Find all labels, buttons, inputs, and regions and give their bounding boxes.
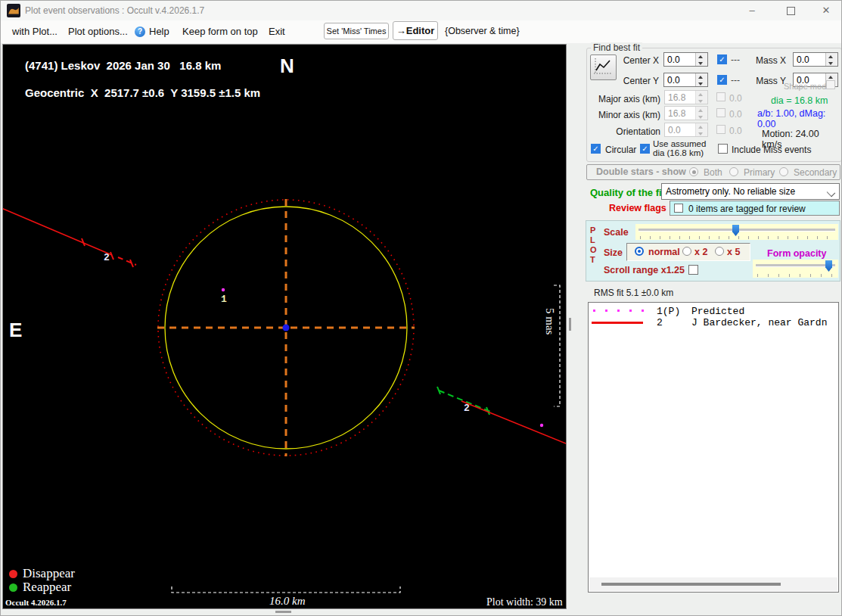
minor-axis-aux: 0.0: [729, 109, 742, 120]
chord2-left-tick3: [130, 260, 133, 267]
ab-dmag-readout: a/b: 1.00, dMag: 0.00: [757, 108, 841, 129]
minimize-button[interactable]: –: [735, 1, 769, 20]
plot-horizontal-scroll-thumb[interactable]: [275, 611, 291, 613]
observation-row-bardecker[interactable]: 2 J Bardecker, near Gardn: [589, 317, 838, 328]
help-icon[interactable]: ?: [135, 26, 145, 37]
circular-label: Circular: [605, 145, 636, 155]
chord2-left-label: 2: [104, 252, 110, 263]
include-miss-checkbox[interactable]: [718, 144, 728, 154]
center-x-checkbox[interactable]: [717, 54, 727, 64]
review-flags-label: Review flags: [609, 203, 666, 213]
scale-slider-thumb[interactable]: [732, 225, 739, 236]
use-assumed-label: Use assumed dia (16.8 km): [653, 140, 706, 157]
form-opacity-slider[interactable]: [753, 260, 838, 278]
dia-readout: dia = 16.8 km: [771, 95, 828, 106]
plot-title-line2: Geocentric X 2517.7 ±0.6 Y 3159.5 ±1.5 k…: [25, 86, 260, 99]
review-flags-checkbox[interactable]: [674, 204, 683, 213]
chord2-left-dashes: [118, 257, 136, 265]
center-x-input[interactable]: 0.0: [663, 52, 708, 67]
double-stars-both-label: Both: [704, 167, 722, 178]
minor-axis-checkbox: [716, 108, 725, 117]
size-x2-label[interactable]: x 2: [694, 247, 707, 257]
size-normal-label[interactable]: normal: [648, 247, 680, 257]
chord2-left-line: [3, 208, 112, 255]
find-best-fit-label: Find best fit: [591, 42, 642, 53]
chord2-right-label: 2: [464, 403, 470, 414]
review-flags-field: 0 items are tagged for review: [670, 201, 840, 216]
observer-time-label: {Observer & time}: [445, 26, 520, 36]
predicted-point-1: [222, 288, 225, 291]
review-flags-text: 0 items are tagged for review: [688, 204, 806, 214]
plot-title-line1: (4741) Leskov 2026 Jan 30 16.8 km: [25, 59, 221, 73]
minor-axis-spinner: [695, 107, 707, 120]
center-y-input[interactable]: 0.0: [663, 73, 708, 87]
list-scrollbar-thumb[interactable]: [601, 583, 781, 586]
disappear-dot-icon: [9, 570, 17, 578]
list-horizontal-scrollbar[interactable]: [589, 577, 837, 591]
orientation-value: 0.0: [665, 123, 695, 136]
close-button[interactable]: ✕: [809, 1, 842, 20]
scroll-range-label: Scroll range x1.25: [604, 265, 685, 275]
menu-help[interactable]: Help: [149, 26, 169, 37]
mass-x-input[interactable]: 0.0: [793, 52, 838, 67]
menu-bar: with Plot... Plot options... ? Help Keep…: [1, 20, 842, 43]
observation-name: Predicted: [691, 306, 744, 317]
menu-with-plot[interactable]: with Plot...: [12, 26, 57, 37]
shape-model-checkbox: [826, 80, 835, 89]
major-axis-spinner: [695, 91, 707, 104]
plot-title: (4741) Leskov 2026 Jan 30 16.8 km Geocen…: [6, 45, 260, 114]
menu-exit[interactable]: Exit: [269, 26, 285, 37]
orientation-input: 0.0: [664, 123, 708, 137]
major-axis-checkbox: [716, 92, 725, 101]
observation-name: J Bardecker, near Gardn: [691, 317, 827, 328]
editor-button[interactable]: →Editor: [393, 21, 438, 40]
quality-label: Quality of the fit: [590, 187, 665, 198]
use-assumed-checkbox[interactable]: [640, 144, 650, 154]
form-opacity-slider-thumb[interactable]: [825, 260, 832, 272]
double-stars-secondary-radio: [779, 167, 788, 176]
size-x5-label[interactable]: x 5: [727, 247, 740, 257]
scale-slider[interactable]: [635, 224, 838, 240]
observation-row-predicted[interactable]: 1(P) Predicted: [589, 306, 838, 317]
minor-axis-input: 16.8: [664, 106, 708, 120]
legend-reappear: Reappear: [23, 580, 71, 595]
mas-scale-bracket: [554, 285, 560, 406]
quality-combobox[interactable]: Astrometry only. No reliable size: [661, 183, 840, 200]
menu-keep-on-top[interactable]: Keep form on top: [182, 26, 258, 37]
plot-vertical-scroll-thumb[interactable]: [569, 318, 571, 331]
center-x-spinner[interactable]: [695, 53, 707, 66]
mass-x-value[interactable]: 0.0: [794, 53, 825, 66]
center-y-checkbox[interactable]: [717, 75, 727, 85]
center-y-spinner[interactable]: [695, 73, 707, 86]
center-y-value[interactable]: 0.0: [664, 73, 695, 86]
quality-value: Astrometry only. No reliable size: [666, 186, 795, 197]
plot-canvas: [3, 45, 566, 608]
scale-label: Scale: [604, 227, 629, 238]
km-scale-label: 16.0 km: [269, 595, 306, 608]
mass-x-label: Mass X: [733, 55, 786, 66]
title-bar: Plot event observations : Occult v.4.202…: [1, 1, 842, 20]
legend-disappear: Disappear: [23, 566, 75, 581]
north-label: N: [280, 54, 294, 78]
mass-x-spinner[interactable]: [825, 53, 837, 66]
observation-list[interactable]: 1(P) Predicted 2 J Bardecker, near Gardn: [588, 302, 839, 593]
size-x2-radio[interactable]: [682, 247, 691, 256]
double-stars-primary-radio: [729, 167, 738, 176]
double-stars-label: Double stars - show: [596, 166, 686, 177]
circular-checkbox[interactable]: [591, 144, 601, 154]
window-title: Plot event observations : Occult v.4.202…: [25, 5, 204, 16]
orientation-spinner: [695, 123, 707, 136]
set-miss-times-button[interactable]: Set 'Miss' Times: [324, 23, 389, 39]
occultation-plot: (4741) Leskov 2026 Jan 30 16.8 km Geocen…: [2, 44, 567, 609]
maximize-button[interactable]: [774, 1, 807, 20]
occult-plot-window: Plot event observations : Occult v.4.202…: [0, 0, 842, 616]
center-x-value[interactable]: 0.0: [664, 53, 695, 66]
chord2-right-line: [461, 401, 566, 443]
menu-plot-options[interactable]: Plot options...: [68, 26, 128, 37]
include-miss-label: Include Miss events: [732, 145, 811, 155]
scroll-range-checkbox[interactable]: [688, 265, 698, 275]
size-normal-radio[interactable]: [635, 247, 644, 256]
major-axis-aux: 0.0: [729, 93, 742, 104]
size-label: Size: [604, 247, 623, 258]
size-x5-radio[interactable]: [715, 247, 724, 256]
